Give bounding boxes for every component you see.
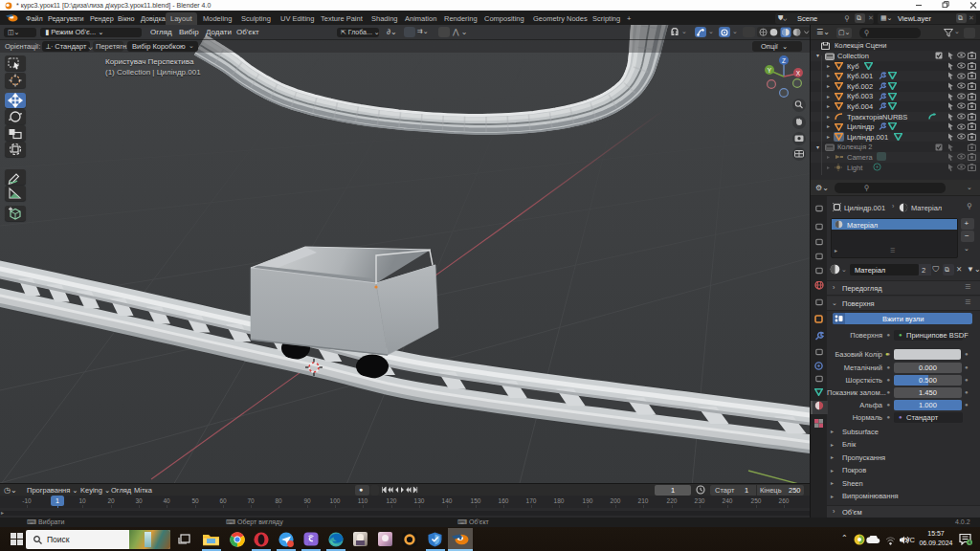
svg-text:Z: Z [782, 57, 786, 64]
svg-text:X: X [796, 70, 801, 77]
svg-text:Y: Y [768, 67, 772, 74]
svg-text:4: 4 [968, 540, 970, 545]
